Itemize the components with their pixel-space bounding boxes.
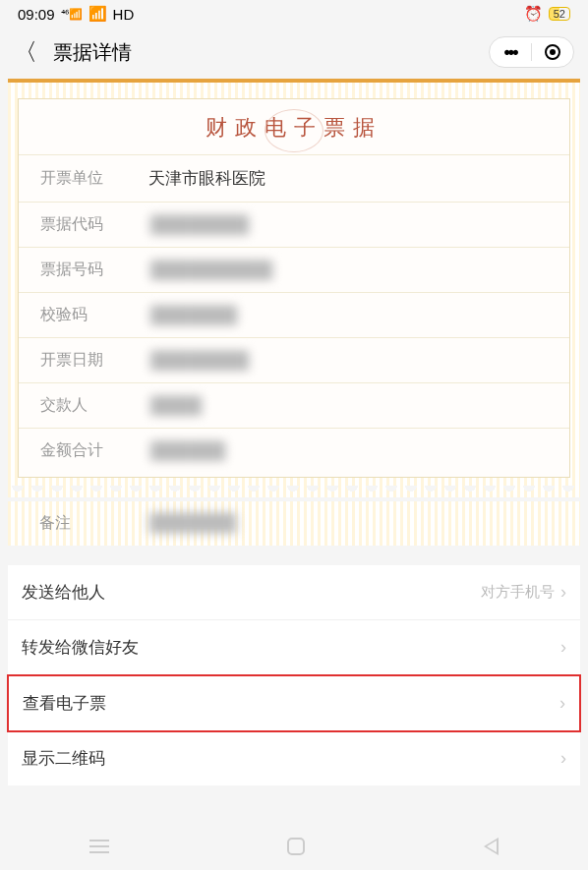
chevron-right-icon: › [560, 582, 566, 603]
check-value: ███████ [148, 306, 239, 325]
check-label: 校验码 [40, 305, 148, 325]
code-value: ████████ [148, 215, 251, 235]
stamp-icon [265, 109, 323, 152]
send-to-other-row[interactable]: 发送给他人 对方手机号 › [8, 565, 580, 620]
back-nav-icon[interactable] [484, 838, 499, 855]
status-time: 09:09 [18, 6, 55, 23]
remark-label: 备注 [39, 513, 147, 534]
recent-apps-icon[interactable] [89, 840, 109, 853]
back-icon[interactable]: 〈 [14, 36, 37, 68]
chevron-right-icon: › [560, 637, 566, 658]
payer-value: ████ [148, 396, 204, 416]
issuer-value: 天津市眼科医院 [148, 167, 265, 190]
signal-icon: ⁴⁶📶 [61, 8, 83, 21]
view-eticket-label: 查看电子票 [23, 692, 106, 715]
code-label: 票据代码 [40, 214, 148, 235]
miniprogram-capsule: ••• [489, 36, 574, 68]
send-to-other-label: 发送给他人 [22, 581, 105, 604]
total-label: 金额合计 [40, 440, 148, 461]
forward-wechat-row[interactable]: 转发给微信好友 › [8, 620, 580, 675]
send-to-other-hint: 对方手机号 [481, 583, 555, 602]
more-icon: ••• [504, 42, 517, 63]
forward-wechat-label: 转发给微信好友 [22, 636, 139, 659]
show-qr-label: 显示二维码 [22, 747, 105, 770]
battery-indicator: 52 [549, 7, 570, 21]
home-icon[interactable] [287, 838, 305, 855]
alarm-icon: ⏰ [524, 5, 543, 23]
row-number: 票据号码 ██████████ [19, 247, 569, 292]
action-list: 发送给他人 对方手机号 › 转发给微信好友 › 查看电子票 › 显示二维码 › [8, 565, 580, 785]
row-total: 金额合计 ██████ [19, 428, 569, 473]
ticket-title: 财政电子票据 [19, 113, 569, 154]
page-title: 票据详情 [53, 39, 132, 66]
wifi-icon: 📶 [88, 5, 107, 23]
system-nav-bar [0, 823, 588, 870]
row-check: 校验码 ███████ [19, 292, 569, 337]
number-value: ██████████ [148, 261, 274, 280]
capsule-close-button[interactable] [532, 36, 573, 68]
row-date: 开票日期 ████████ [19, 337, 569, 382]
payer-label: 交款人 [40, 395, 148, 416]
capsule-menu-button[interactable]: ••• [490, 36, 531, 68]
date-value: ████████ [148, 351, 251, 371]
show-qr-row[interactable]: 显示二维码 › [8, 731, 580, 785]
target-icon [545, 44, 560, 60]
remark-block: 备注 ███████ [8, 501, 580, 546]
number-label: 票据号码 [40, 260, 148, 280]
nav-bar: 〈 票据详情 ••• [0, 28, 588, 77]
view-eticket-row[interactable]: 查看电子票 › [7, 674, 581, 732]
ticket-card: 财政电子票据 开票单位 天津市眼科医院 票据代码 ████████ 票据号码 █… [8, 83, 580, 486]
date-label: 开票日期 [40, 350, 148, 371]
row-code: 票据代码 ████████ [19, 202, 569, 247]
chevron-right-icon: › [560, 748, 566, 769]
hd-indicator: HD [113, 6, 135, 23]
chevron-right-icon: › [559, 693, 565, 714]
scallop-divider [8, 486, 580, 497]
row-payer: 交款人 ████ [19, 382, 569, 428]
row-issuer: 开票单位 天津市眼科医院 [19, 154, 569, 202]
remark-value: ███████ [147, 513, 238, 534]
issuer-label: 开票单位 [40, 168, 148, 189]
status-bar: 09:09 ⁴⁶📶 📶 HD ⏰ 52 [0, 0, 588, 28]
total-value: ██████ [148, 441, 227, 461]
